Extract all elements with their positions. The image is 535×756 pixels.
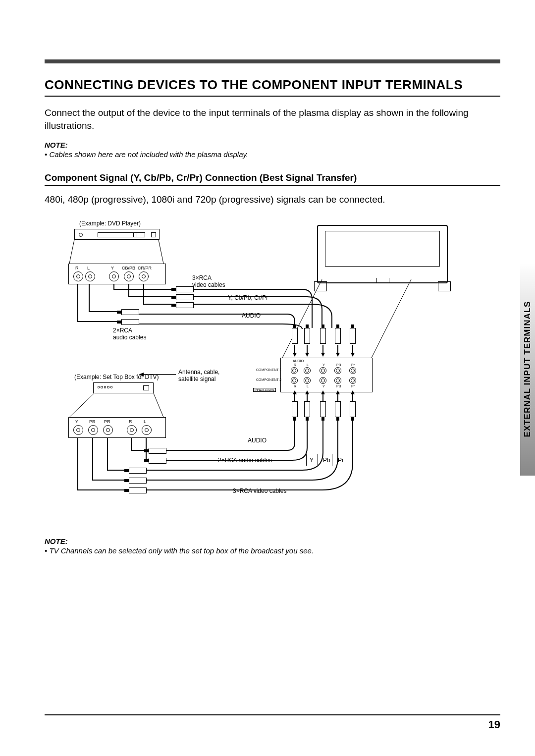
label-audio2: AUDIO [248, 437, 267, 444]
section-title: Component Signal (Y, Cb/Pb, Cr/Pr) Conne… [45, 172, 500, 183]
col-separator [306, 454, 318, 466]
svg-marker-5 [336, 353, 340, 357]
label-crpr: CR/PR [138, 266, 152, 270]
panel-l2: L [307, 384, 309, 388]
stb-icon [93, 382, 154, 393]
rca-plug-icon [176, 294, 194, 300]
rca-plug-icon [149, 448, 166, 454]
svg-line-9 [69, 393, 94, 417]
dvd-caption: (Example: DVD Player) [79, 220, 141, 227]
rca-plug-icon [335, 401, 341, 417]
rca-jack-icon [304, 377, 311, 384]
stb-y: Y [75, 419, 78, 424]
rca-plug-icon [335, 328, 341, 344]
page-title: CONNECTING DEVICES TO THE COMPONENT INPU… [45, 77, 500, 93]
stb-caption: (Example: Set Top Box for DTV) [74, 374, 159, 380]
panel-pb2: PB [336, 384, 341, 388]
rca-plug-icon [176, 302, 194, 308]
panel-r: R [294, 363, 296, 367]
tv-component-panel: AUDIO R L Y PB Pr COMPONENT 1 COMPONENT … [280, 358, 373, 392]
panel-l: L [307, 363, 309, 367]
svg-marker-2 [293, 353, 297, 357]
note2-heading: NOTE: [45, 537, 500, 545]
svg-marker-3 [305, 353, 309, 357]
svg-line-0 [69, 240, 74, 264]
label-3rca-video: 3×RCA video cables [192, 274, 225, 288]
section-body: 480i, 480p (progressive), 1080i and 720p… [45, 194, 500, 205]
stb-pr: PR [104, 419, 110, 424]
rca-jack-icon [291, 377, 298, 384]
label-pb-col: Pb [323, 457, 330, 464]
rca-jack-icon [320, 367, 326, 374]
stb-pb: PB [89, 419, 95, 424]
rca-plug-icon [292, 401, 298, 417]
rca-plug-icon [149, 458, 166, 464]
label-audio: AUDIO [242, 312, 261, 319]
panel-component1: COMPONENT 1 [256, 368, 281, 372]
panel-inner-jacks: INNER JACKS [253, 388, 276, 392]
side-tab-label: EXTERNAL INPUT TERMINALS [523, 301, 533, 437]
manual-page: CONNECTING DEVICES TO THE COMPONENT INPU… [0, 0, 535, 756]
rca-jack-icon [334, 377, 341, 384]
panel-y2: Y [322, 384, 325, 388]
svg-marker-4 [321, 353, 325, 357]
col-separator [332, 454, 332, 466]
intro-paragraph: Connect the output of the device to the … [45, 107, 500, 132]
rca-plug-icon [320, 401, 326, 417]
svg-line-10 [154, 393, 163, 417]
rca-plug-icon [350, 401, 356, 417]
panel-pb: PB [336, 363, 341, 367]
rca-plug-icon [129, 468, 147, 474]
rca-jack-icon [349, 367, 356, 374]
connection-diagram: (Example: DVD Player) [64, 220, 471, 527]
label-cbpb: CB/PB [122, 266, 135, 270]
rca-plug-icon [129, 478, 147, 484]
footer-rule [45, 714, 500, 715]
stb-jack-strip [68, 417, 166, 438]
rca-plug-icon [121, 309, 139, 315]
svg-marker-6 [351, 353, 355, 357]
rca-plug-icon [176, 286, 194, 292]
rca-jack-icon [291, 367, 298, 374]
stb-l: L [144, 419, 146, 424]
page-number: 19 [488, 718, 500, 731]
title-underline [45, 96, 500, 97]
section-underline [45, 185, 500, 188]
svg-line-8 [372, 279, 411, 358]
rca-plug-icon [129, 487, 147, 493]
rca-jack-icon [349, 377, 356, 384]
label-y: Y [111, 266, 114, 270]
panel-pr2: Pr [351, 384, 355, 388]
rca-jack-icon [304, 367, 311, 374]
panel-y: Y [322, 363, 325, 367]
note2-text: • TV Channels can be selected only with … [45, 546, 500, 555]
label-2rca-b: 2×RCA audio cables [218, 457, 272, 464]
panel-audio-header: AUDIO [293, 359, 304, 363]
rca-plug-icon [304, 401, 310, 417]
panel-r2: R [294, 384, 296, 388]
rca-plug-icon [304, 328, 310, 344]
rca-jack-icon [320, 377, 326, 384]
top-rule [45, 59, 500, 63]
dvd-player-icon [74, 229, 160, 240]
note-text: • Cables shown here are not included wit… [45, 150, 500, 159]
svg-line-1 [159, 240, 163, 264]
rca-plug-icon [350, 328, 356, 344]
label-pr-col: Pr [338, 457, 344, 464]
side-tab: EXTERNAL INPUT TERMINALS [520, 263, 535, 476]
rca-plug-icon [121, 319, 139, 325]
panel-pr: Pr [351, 363, 355, 367]
panel-component2: COMPONENT 2 [256, 378, 281, 381]
rca-jack-icon [334, 367, 341, 374]
tv-rear-icon [317, 225, 448, 283]
label-ypbpr: Y, Cb/Pb, Cr/Pr [228, 294, 268, 301]
rca-plug-icon [292, 328, 298, 344]
label-2rca-audio: 2×RCA audio cables [113, 327, 146, 341]
label-r: R [75, 266, 79, 270]
rca-plug-icon [320, 328, 326, 344]
stb-r: R [129, 419, 132, 424]
label-3rca-b: 3×RCA video cables [233, 487, 286, 494]
antenna-label: Antenna, cable, satellite signal [178, 369, 219, 382]
note-heading: NOTE: [45, 141, 500, 149]
label-l: L [87, 266, 90, 270]
